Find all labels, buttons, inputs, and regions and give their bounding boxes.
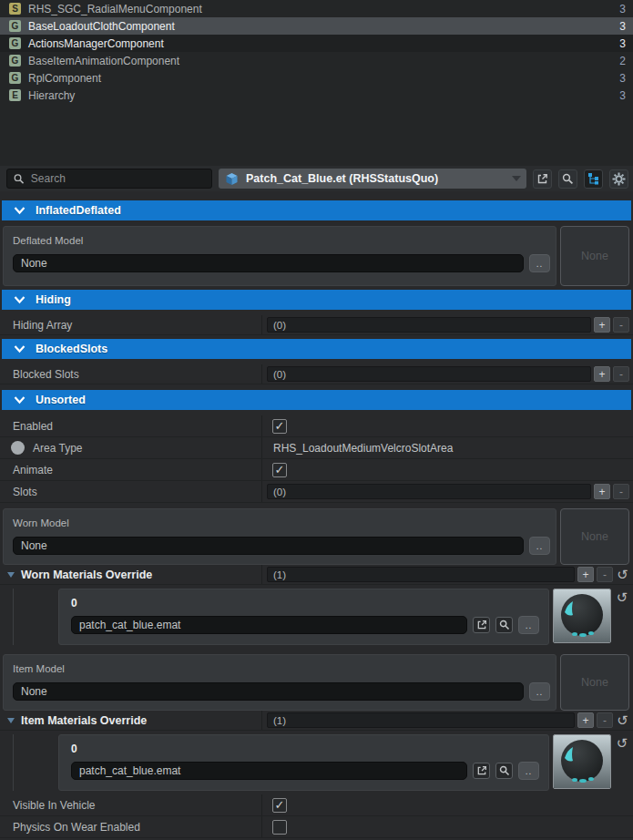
field-label: Item Model (13, 663, 550, 674)
open-resource-button[interactable] (473, 617, 490, 633)
component-label: Hierarchy (28, 89, 75, 102)
add-element-button[interactable]: + (577, 567, 594, 582)
component-row[interactable]: E Hierarchy 3 (0, 87, 633, 104)
remove-element-button[interactable]: - (613, 484, 629, 499)
find-button[interactable] (558, 169, 577, 189)
component-row[interactable]: G RplComponent 3 (0, 69, 633, 87)
browse-button[interactable]: .. (518, 616, 539, 634)
area-type-value[interactable]: RHS_LoadoutMediumVelcroSlotArea (267, 442, 453, 455)
enabled-checkbox-checked[interactable]: ✓ (272, 419, 287, 434)
array-count-field[interactable]: (0) (267, 484, 591, 499)
section-title: Hiding (36, 293, 71, 306)
browse-button[interactable]: .. (529, 254, 550, 272)
open-resource-button[interactable] (473, 763, 490, 779)
enabled-row: Enabled ✓ (0, 415, 633, 437)
area-type-icon (11, 441, 25, 455)
browse-button[interactable]: .. (518, 762, 539, 780)
array-count-field[interactable]: (1) (267, 567, 575, 582)
settings-button[interactable] (609, 169, 628, 189)
entity-selector[interactable]: Patch_Cat_Blue.et (RHSStatusQuo) (219, 169, 526, 189)
add-element-button[interactable]: + (577, 712, 594, 728)
remove-element-button[interactable]: - (613, 366, 629, 382)
reset-icon[interactable]: ↺ (616, 568, 629, 581)
open-external-icon (536, 173, 548, 185)
search-icon (562, 173, 574, 185)
visible-checkbox-checked[interactable]: ✓ (272, 798, 287, 813)
property-label: Animate (0, 459, 261, 480)
component-row[interactable]: S RHS_SGC_RadialMenuComponent 3 (0, 0, 633, 17)
worn-model-field[interactable]: None (13, 537, 524, 555)
hierarchy-view-button[interactable] (584, 169, 603, 189)
property-label: Slots (0, 481, 261, 502)
game-component-icon: G (9, 72, 21, 84)
game-component-icon: G (9, 55, 21, 67)
section-header-inflateddeflated[interactable]: InflatedDeflated (2, 200, 631, 220)
component-row-selected[interactable]: G BaseLoadoutClothComponent 3 (0, 17, 633, 35)
material-preview-thumbnail[interactable] (553, 589, 611, 643)
chevron-down-icon (14, 395, 26, 405)
entry-index: 0 (71, 597, 539, 610)
remove-element-button[interactable]: - (597, 712, 613, 728)
add-element-button[interactable]: + (594, 484, 610, 499)
animate-checkbox-checked[interactable]: ✓ (272, 463, 287, 477)
open-external-icon (476, 620, 487, 630)
chevron-down-icon (14, 344, 26, 353)
area-type-row: Area Type RHS_LoadoutMediumVelcroSlotAre… (0, 437, 633, 459)
find-resource-button[interactable] (495, 763, 513, 779)
section-header-unsorted[interactable]: Unsorted (2, 390, 631, 410)
chevron-down-icon (14, 206, 26, 215)
deflated-model-field[interactable]: None (13, 254, 524, 272)
item-materials-override-row: Item Materials Override (1) + - ↺ (0, 711, 633, 731)
hierarchy-icon (587, 172, 600, 185)
item-model-field[interactable]: None (13, 682, 524, 701)
section-title: InflatedDeflated (36, 204, 121, 217)
item-material-entry: 0 patch_cat_blue.emat .. (3, 734, 629, 791)
property-label: Area Type (0, 437, 261, 458)
array-count-field[interactable]: (0) (267, 317, 591, 333)
search-icon (499, 620, 510, 630)
find-resource-button[interactable] (495, 617, 513, 633)
reset-icon[interactable]: ↺ (615, 734, 629, 791)
material-preview-thumbnail[interactable] (553, 734, 611, 789)
override-label[interactable]: Worn Materials Override (0, 565, 261, 584)
section-header-blockedslots[interactable]: BlockedSlots (2, 339, 631, 359)
section-header-hiding[interactable]: Hiding (2, 290, 631, 310)
search-input[interactable] (31, 172, 205, 185)
chevron-down-icon[interactable] (512, 176, 521, 181)
physics-checkbox-unchecked[interactable] (272, 820, 287, 835)
component-label: BaseLoadoutClothComponent (28, 20, 175, 33)
entry-index: 0 (71, 743, 539, 755)
material-entry-box: 0 patch_cat_blue.emat .. (58, 589, 549, 645)
reset-icon[interactable]: ↺ (615, 589, 629, 645)
search-icon (14, 173, 25, 185)
add-element-button[interactable]: + (594, 317, 610, 333)
open-external-button[interactable] (533, 169, 552, 189)
deflated-model-box: Deflated Model None .. (3, 226, 556, 286)
component-row[interactable]: G ActionsManagerComponent 3 (0, 35, 633, 52)
component-label: ActionsManagerComponent (28, 37, 164, 50)
material-sphere-preview (554, 589, 610, 642)
component-label: BaseItemAnimationComponent (28, 55, 179, 67)
script-component-icon: S (9, 3, 21, 15)
component-label: RplComponent (28, 72, 101, 85)
component-row[interactable]: G BaseItemAnimationComponent 2 (0, 52, 633, 69)
property-label: Blocked Slots (0, 364, 261, 384)
reset-icon[interactable]: ↺ (616, 713, 629, 727)
browse-button[interactable]: .. (529, 682, 550, 701)
array-count-field[interactable]: (0) (267, 366, 591, 382)
browse-button[interactable]: .. (529, 537, 550, 555)
remove-element-button[interactable]: - (597, 567, 613, 582)
expand-triangle-icon[interactable] (7, 572, 15, 578)
override-label[interactable]: Item Materials Override (0, 711, 261, 730)
add-element-button[interactable]: + (594, 366, 610, 382)
material-path-field[interactable]: patch_cat_blue.emat (71, 762, 467, 780)
material-path-field[interactable]: patch_cat_blue.emat (71, 616, 467, 634)
expand-triangle-icon[interactable] (7, 718, 15, 723)
blocked-slots-row: Blocked Slots (0) + - (0, 364, 633, 384)
physics-on-wear-row: Physics On Wear Enabled (0, 816, 633, 838)
search-box[interactable] (6, 169, 212, 189)
field-label: Deflated Model (13, 235, 550, 246)
remove-element-button[interactable]: - (613, 317, 629, 333)
deflated-model-group: Deflated Model None .. None (3, 226, 629, 286)
array-count-field[interactable]: (1) (267, 712, 575, 728)
